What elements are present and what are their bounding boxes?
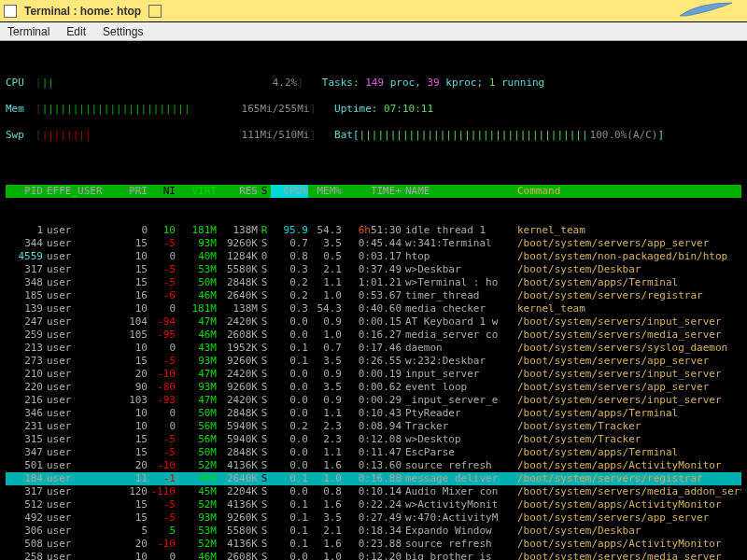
zoom-button[interactable]: [148, 5, 162, 18]
hdr-pri[interactable]: PRI: [118, 185, 148, 198]
hdr-time[interactable]: TIME+: [342, 185, 402, 198]
hdr-res[interactable]: RES: [217, 185, 258, 198]
process-row[interactable]: 348user15-550M2848KS0.21.11:01.21w>Termi…: [6, 276, 741, 289]
process-row[interactable]: 306user5553M5580KS0.12.10:18.34Expando W…: [6, 525, 741, 538]
process-row[interactable]: 512user15-552M4136KS0.11.60:22.24w>Activ…: [6, 498, 741, 511]
hdr-name[interactable]: NAME: [402, 185, 514, 198]
hdr-virt[interactable]: VIRT: [176, 185, 217, 198]
process-row[interactable]: 185user16-646M2640KS0.21.00:53.67timer_t…: [6, 289, 741, 302]
process-row[interactable]: 344user15-593M9260KS0.73.50:45.44w:341:T…: [6, 237, 741, 250]
close-button[interactable]: [4, 5, 17, 18]
process-list[interactable]: 1user010181M138MR95.954.36h51:30idle thr…: [6, 224, 741, 560]
swap-meter-label: Swp: [6, 129, 35, 142]
hdr-user[interactable]: EFFE_USER: [43, 185, 118, 198]
process-row[interactable]: 346user10050M2848KS0.01.10:10.43PtyReade…: [6, 407, 741, 420]
feather-decoration: [678, 1, 734, 21]
tasks-label: Tasks: 149 proc, 39 kproc; 1 running: [322, 77, 544, 90]
hdr-pid[interactable]: PID: [6, 185, 43, 198]
column-headers[interactable]: PID EFFE_USER PRI NI VIRT RES S CPU% MEM…: [6, 185, 741, 198]
terminal[interactable]: CPU[|| 4.2%] Tasks: 149 proc, 39 kproc; …: [0, 41, 747, 560]
menu-settings[interactable]: Settings: [103, 25, 143, 38]
uptime-label: Uptime: 07:10:11: [334, 103, 433, 116]
process-row[interactable]: 317user120-11045M2204KS0.00.80:10.14Audi…: [6, 485, 741, 498]
process-row[interactable]: 273user15-593M9260KS0.13.50:26.55w:232:D…: [6, 355, 741, 368]
process-row[interactable]: 317user15-553M5580KS0.32.10:37.49w>Deskb…: [6, 263, 741, 276]
mem-meter-label: Mem: [6, 103, 35, 116]
hdr-ni[interactable]: NI: [148, 185, 176, 198]
process-row[interactable]: 259user105-9546M2608KS0.01.00:16.27media…: [6, 329, 741, 342]
hdr-mem[interactable]: MEM%: [308, 185, 342, 198]
menu-terminal[interactable]: Terminal: [7, 25, 49, 38]
menu-edit[interactable]: Edit: [66, 25, 86, 38]
process-row[interactable]: 231user10056M5940KS0.22.30:08.94Tracker/…: [6, 420, 741, 433]
process-row[interactable]: 247user104-9447M2420KS0.00.90:00.15AT Ke…: [6, 315, 741, 329]
hdr-cpu[interactable]: CPU%: [271, 185, 308, 198]
process-row[interactable]: 220user90-8093M9260KS0.03.50:00.62event …: [6, 381, 741, 394]
process-row[interactable]: 139user100181M138MS0.354.30:40.60media c…: [6, 302, 741, 315]
menubar: Terminal Edit Settings: [0, 22, 747, 41]
process-row[interactable]: 501user20-1052M4136KS0.01.60:13.60source…: [6, 459, 741, 472]
window-title: Terminal : home: htop: [24, 5, 141, 18]
process-row[interactable]: 508user20-1052M4136KS0.11.60:23.88source…: [6, 538, 741, 551]
battery-label: Bat[||||||||||||||||||||||||||||||||||||…: [334, 129, 664, 142]
process-row[interactable]: 213user10043M1952KS0.10.70:17.46daemon/b…: [6, 342, 741, 355]
process-row[interactable]: 315user15-556M5940KS0.02.30:12.08w>Deskt…: [6, 433, 741, 446]
meters: CPU[|| 4.2%] Tasks: 149 proc, 39 kproc; …: [6, 63, 741, 155]
cpu-meter-label: CPU: [6, 77, 35, 90]
process-row[interactable]: 210user20-1047M2420KS0.00.90:00.19input_…: [6, 368, 741, 381]
process-row[interactable]: 4559user10040M1284K00.80.50:03.17htop/bo…: [6, 250, 741, 263]
hdr-s[interactable]: S: [258, 185, 271, 198]
hdr-cmd[interactable]: Command: [514, 185, 741, 198]
process-row[interactable]: 184user11-146M2640KS0.11.00:16.88message…: [6, 472, 741, 485]
process-row[interactable]: 258user10046M2608KS0.01.00:12.20big brot…: [6, 551, 741, 560]
process-row[interactable]: 216user103-9347M2420KS0.00.90:00.29_inpu…: [6, 394, 741, 407]
process-row[interactable]: 347user15-550M2848KS0.01.10:11.47EscPars…: [6, 446, 741, 459]
titlebar: Terminal : home: htop: [0, 0, 747, 22]
window: Terminal : home: htop Terminal Edit Sett…: [0, 0, 747, 560]
process-row[interactable]: 1user010181M138MR95.954.36h51:30idle thr…: [6, 224, 741, 237]
process-row[interactable]: 492user15-593M9260KS0.13.50:27.49w:470:A…: [6, 511, 741, 525]
